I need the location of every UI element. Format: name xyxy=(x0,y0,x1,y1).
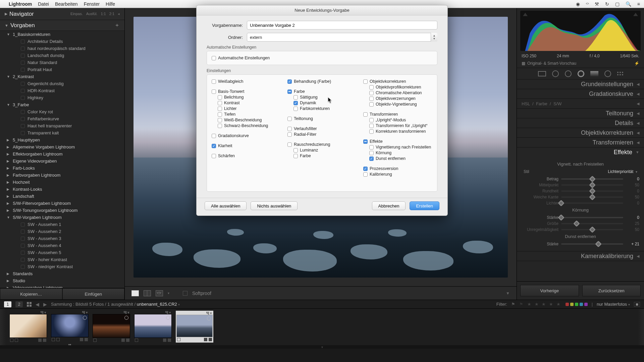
folder-select[interactable]: extern ▲▼ xyxy=(247,33,437,42)
menu-fenster[interactable]: Fenster xyxy=(84,1,100,7)
chk-setting[interactable]: Gradationskurve xyxy=(212,133,281,138)
preset-item[interactable]: Portrait Haut xyxy=(13,66,124,73)
bottom-handle[interactable]: ▾ xyxy=(0,345,644,349)
chk-setting[interactable]: Kontrast xyxy=(218,101,281,105)
chk-setting[interactable]: Schwarz-Beschneidung xyxy=(218,123,281,128)
chk-setting[interactable]: Chromatische Aberration xyxy=(369,90,432,95)
slider-betrag[interactable]: Betrag0 xyxy=(522,177,639,181)
reset-button[interactable]: Zurücksetzen xyxy=(582,285,641,296)
radial-icon[interactable] xyxy=(578,70,584,77)
chk-setting[interactable]: Teiltonung xyxy=(287,116,357,121)
thumb-1[interactable]: ▾ xyxy=(9,311,47,343)
preset-name-input[interactable] xyxy=(247,21,437,29)
preset-item[interactable]: Transparent kalt xyxy=(13,129,124,136)
preset-group[interactable]: ▶Farbvorgaben Lightroom xyxy=(7,172,124,179)
spot-icon[interactable] xyxy=(552,70,559,77)
chk-setting[interactable]: Kalibrierung xyxy=(363,172,432,177)
chk-setting[interactable]: Belichtung xyxy=(218,95,281,100)
thumb-2[interactable]: ▾ •• xyxy=(51,311,89,343)
chk-setting[interactable]: Sättigung xyxy=(293,95,357,100)
rp-teiltonung[interactable]: Teiltonung◀ xyxy=(517,109,644,118)
gradient-icon[interactable] xyxy=(590,71,598,76)
rp-kalibrierung[interactable]: Kamerakalibrierung◀ xyxy=(517,251,644,261)
nav-2to1[interactable]: 2:1 xyxy=(109,12,114,16)
prev-button[interactable]: Vorherige xyxy=(520,285,579,296)
chk-setting[interactable]: Dynamik xyxy=(293,101,357,105)
display-icon[interactable]: ▢ xyxy=(615,1,620,7)
rp-grundeinstellungen[interactable]: Grundeinstellungen◀ xyxy=(517,79,644,89)
chk-setting[interactable]: Verlaufsfilter xyxy=(287,126,357,131)
menu-datei[interactable]: Datei xyxy=(38,1,49,7)
rp-details[interactable]: Details◀ xyxy=(517,118,644,128)
softproof-checkbox[interactable] xyxy=(183,291,187,296)
preset-item[interactable]: SW - Aussehen 2 xyxy=(13,228,124,235)
chk-auto-settings[interactable]: Automatische Einstellungen xyxy=(212,56,432,60)
toolbar-chevron-icon[interactable]: ▼ xyxy=(506,291,510,296)
collection-path[interactable]: Sammlung : Bildstil 5 Fotos / 1 ausgewäh… xyxy=(51,302,180,307)
chk-setting[interactable]: Weißabgleich xyxy=(212,79,281,84)
folder-select-chevron-icon[interactable]: ▲▼ xyxy=(431,33,437,42)
preset-item[interactable]: SW - Aussehen 3 xyxy=(13,235,124,242)
preset-group[interactable]: ▶Eigene Videovorgaben xyxy=(7,158,124,165)
preset-group[interactable]: ▶Studio xyxy=(7,277,124,284)
menu-bearbeiten[interactable]: Bearbeiten xyxy=(55,1,78,7)
preset-item[interactable]: Color Key rot xyxy=(13,108,124,115)
preset-group[interactable]: ▶Farb-Looks xyxy=(7,165,124,172)
filter-lock-icon[interactable]: ◼ xyxy=(634,302,640,307)
preset-item[interactable]: SW - Aussehen 4 xyxy=(13,242,124,249)
rp-gradationskurve[interactable]: Gradationskurve◀ xyxy=(517,89,644,99)
path-chevron-icon[interactable]: ▾ xyxy=(178,303,180,306)
preset-item[interactable]: Gegenlicht dunstig xyxy=(13,80,124,87)
menu-icon[interactable]: ≡ xyxy=(637,1,640,7)
thumb-3[interactable]: ▾ xyxy=(93,311,130,343)
chk-setting[interactable]: „Upright“-Modus xyxy=(369,118,432,122)
chk-setting[interactable]: Korrekturen transformieren xyxy=(369,129,432,134)
slider-stärke[interactable]: Stärke+ 21 xyxy=(522,242,639,246)
preset-group[interactable]: ▼3_Farbe xyxy=(7,101,124,108)
view-dropdown-icon[interactable]: ▾ xyxy=(168,291,169,295)
nav-back-icon[interactable]: ◀ xyxy=(36,302,39,307)
flag-reject-icon[interactable]: ⚑ xyxy=(519,302,523,307)
master-filter[interactable]: nur Masterfotos ▾ xyxy=(597,302,630,307)
wifi-icon[interactable]: ⌔ xyxy=(586,1,589,7)
chk-setting[interactable]: Farbkorrekturen xyxy=(293,106,357,111)
chk-setting[interactable]: Objektivverzerrungen xyxy=(369,96,432,101)
rp-transformieren[interactable]: Transformieren◀ xyxy=(517,138,644,147)
stil-value[interactable]: Lichterpriorität ▾ xyxy=(608,169,637,174)
select-none-button[interactable]: Nichts auswählen xyxy=(251,201,298,210)
paste-button[interactable]: Einfügen xyxy=(62,288,125,300)
chk-setting[interactable]: Vignettierung nach Freistellen xyxy=(369,145,432,149)
histogram[interactable] xyxy=(520,11,641,51)
filmstrip[interactable]: ▾ ▾ •• ▾ ▾ ▾ xyxy=(0,308,644,345)
preset-item[interactable]: SW - Aussehen 5 xyxy=(13,249,124,256)
crop-icon[interactable] xyxy=(538,71,546,76)
view-compare-icon[interactable] xyxy=(144,290,151,296)
preset-group[interactable]: ▶Hochzeit xyxy=(7,179,124,186)
screen-2-badge[interactable]: 2 xyxy=(15,301,23,307)
chk-setting[interactable]: Radial-Filter xyxy=(287,132,357,137)
chk-setting[interactable]: Farbe xyxy=(293,154,357,158)
presets-tree[interactable]: ▼1_BasiskorrekturenArchitektur Detailsha… xyxy=(0,31,124,288)
nav-1to1[interactable]: 1:1 xyxy=(101,12,106,16)
preset-item[interactable]: SW - hoher Kontrast xyxy=(13,256,124,263)
bluetooth-icon[interactable]: ⚒ xyxy=(595,1,599,7)
preset-item[interactable]: Architektur Details xyxy=(13,38,124,45)
preset-group[interactable]: ▶Kontrast-Looks xyxy=(7,186,124,193)
add-preset-icon[interactable]: ＋ xyxy=(114,22,120,29)
filter-colors[interactable] xyxy=(566,303,588,306)
grid-icon[interactable] xyxy=(27,302,32,307)
chk-setting[interactable]: Objektivprofilkorrekturen xyxy=(369,85,432,89)
nav-zoom-chevron-icon[interactable]: ◂ xyxy=(118,12,120,16)
view-beforeafter-icon[interactable]: Y|Y xyxy=(156,290,163,296)
chk-setting[interactable]: Basis-Tonwert xyxy=(212,89,281,94)
lightning-icon[interactable]: ⚡ xyxy=(634,61,639,66)
preset-group[interactable]: ▶Videovorgaben Lightroom xyxy=(7,284,124,288)
preset-group[interactable]: ▶Standards xyxy=(7,270,124,277)
preset-group[interactable]: ▶S/W-Filtervorgaben Lightroom xyxy=(7,200,124,207)
preset-item[interactable]: haut nordeuropäisch standard xyxy=(13,45,124,52)
chk-setting[interactable]: Körnung xyxy=(369,150,432,155)
thumb-5[interactable]: ▾ xyxy=(176,311,213,343)
sync-icon[interactable]: ◉ xyxy=(576,1,580,7)
presets-header[interactable]: ▼Vorgaben ＋ xyxy=(0,20,124,31)
preset-item[interactable]: Haut hell transparenter xyxy=(13,122,124,129)
